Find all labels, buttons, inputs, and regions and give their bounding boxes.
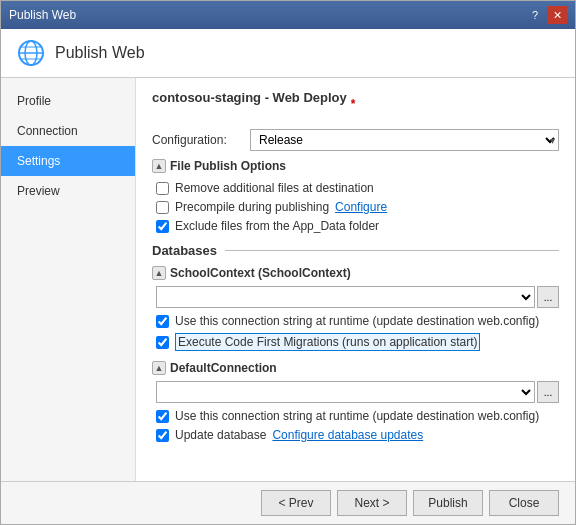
configuration-select[interactable]: Debug Release	[250, 129, 559, 151]
school-context-label: SchoolContext (SchoolContext)	[170, 266, 351, 280]
dialog-footer: < Prev Next > Publish Close	[1, 481, 575, 524]
default-update-db-label: Update database	[175, 428, 266, 442]
school-context-header: ▲ SchoolContext (SchoolContext)	[152, 266, 559, 280]
dialog-header: Publish Web	[1, 29, 575, 78]
main-content: contosou-staging - Web Deploy * Configur…	[136, 78, 575, 481]
default-connection-select-row: ...	[152, 381, 559, 403]
file-publish-collapse-btn[interactable]: ▲	[152, 159, 166, 173]
school-execute-migrations-checkbox[interactable]	[156, 336, 169, 349]
school-context-collapse-btn[interactable]: ▲	[152, 266, 166, 280]
school-execute-migrations-label: Execute Code First Migrations (runs on a…	[175, 333, 480, 351]
school-context-browse-btn[interactable]: ...	[537, 286, 559, 308]
default-update-db-checkbox[interactable]	[156, 429, 169, 442]
databases-label: Databases	[152, 243, 217, 258]
default-connection-label: DefaultConnection	[170, 361, 277, 375]
file-publish-label: File Publish Options	[170, 159, 286, 173]
divider-line	[225, 250, 559, 251]
sidebar-item-settings[interactable]: Settings	[1, 146, 135, 176]
configuration-row: Configuration: Debug Release	[152, 129, 559, 151]
remove-additional-label: Remove additional files at destination	[175, 181, 374, 195]
school-use-connection-checkbox[interactable]	[156, 315, 169, 328]
default-use-connection-checkbox[interactable]	[156, 410, 169, 423]
page-title: contosou-staging - Web Deploy	[152, 90, 347, 105]
close-window-button[interactable]: ✕	[547, 6, 567, 24]
exclude-app-data-row: Exclude files from the App_Data folder	[152, 219, 559, 233]
dialog-body: Profile Connection Settings Preview cont…	[1, 78, 575, 481]
school-execute-migrations-row: Execute Code First Migrations (runs on a…	[152, 333, 559, 351]
close-button[interactable]: Close	[489, 490, 559, 516]
sidebar: Profile Connection Settings Preview	[1, 78, 136, 481]
school-context-select[interactable]	[156, 286, 535, 308]
window-title: Publish Web	[9, 8, 76, 22]
globe-icon	[17, 39, 45, 67]
school-use-connection-row: Use this connection string at runtime (u…	[152, 314, 559, 328]
remove-additional-row: Remove additional files at destination	[152, 181, 559, 195]
publish-button[interactable]: Publish	[413, 490, 483, 516]
help-button[interactable]: ?	[525, 6, 545, 24]
precompile-configure-link[interactable]: Configure	[335, 200, 387, 214]
configure-database-updates-link[interactable]: Configure database updates	[272, 428, 423, 442]
default-update-db-row: Update database Configure database updat…	[152, 428, 559, 442]
databases-divider: Databases	[152, 243, 559, 258]
prev-button[interactable]: < Prev	[261, 490, 331, 516]
sidebar-item-preview[interactable]: Preview	[1, 176, 135, 206]
school-context-section: ▲ SchoolContext (SchoolContext) ... Use …	[152, 266, 559, 351]
remove-additional-checkbox[interactable]	[156, 182, 169, 195]
default-connection-header: ▲ DefaultConnection	[152, 361, 559, 375]
exclude-app-data-checkbox[interactable]	[156, 220, 169, 233]
default-use-connection-row: Use this connection string at runtime (u…	[152, 409, 559, 423]
publish-web-dialog: Publish Web ? ✕ Publish Web Profile Conn…	[0, 0, 576, 525]
required-asterisk: *	[351, 97, 356, 111]
precompile-label: Precompile during publishing	[175, 200, 329, 214]
dialog-header-title: Publish Web	[55, 44, 145, 62]
school-context-select-row: ...	[152, 286, 559, 308]
default-connection-collapse-btn[interactable]: ▲	[152, 361, 166, 375]
sidebar-item-profile[interactable]: Profile	[1, 86, 135, 116]
school-use-connection-label: Use this connection string at runtime (u…	[175, 314, 539, 328]
default-use-connection-label: Use this connection string at runtime (u…	[175, 409, 539, 423]
title-bar-buttons: ? ✕	[525, 6, 567, 24]
title-bar: Publish Web ? ✕	[1, 1, 575, 29]
default-connection-browse-btn[interactable]: ...	[537, 381, 559, 403]
precompile-row: Precompile during publishing Configure	[152, 200, 559, 214]
default-connection-section: ▲ DefaultConnection ... Use this connect…	[152, 361, 559, 442]
file-publish-section-header: ▲ File Publish Options	[152, 159, 559, 173]
precompile-checkbox[interactable]	[156, 201, 169, 214]
configuration-label: Configuration:	[152, 133, 242, 147]
next-button[interactable]: Next >	[337, 490, 407, 516]
exclude-app-data-label: Exclude files from the App_Data folder	[175, 219, 379, 233]
sidebar-item-connection[interactable]: Connection	[1, 116, 135, 146]
default-connection-select[interactable]	[156, 381, 535, 403]
configuration-select-wrapper: Debug Release	[250, 129, 559, 151]
